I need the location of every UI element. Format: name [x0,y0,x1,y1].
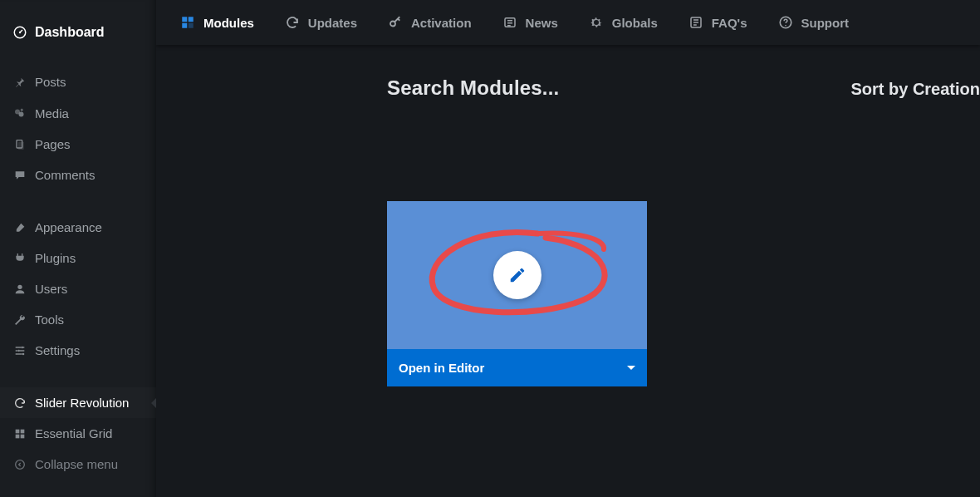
tab-support[interactable]: Support [762,0,865,45]
sidebar-item-users[interactable]: Users [0,273,156,304]
tab-label: Activation [411,16,472,30]
help-icon [777,14,794,31]
sidebar-label: Dashboard [35,25,105,40]
gear-icon [588,14,605,31]
search-modules-label[interactable]: Search Modules... [387,76,559,100]
svg-rect-11 [21,429,25,433]
open-in-editor-button[interactable]: Open in Editor [387,349,647,386]
sort-by-label[interactable]: Sort by Creation [850,80,980,99]
svg-rect-10 [16,429,20,433]
tab-updates[interactable]: Updates [269,0,372,45]
chevron-down-icon [627,366,635,374]
sidebar-item-essential-grid[interactable]: Essential Grid [0,418,156,449]
svg-point-23 [785,25,786,27]
card-action-label: Open in Editor [399,361,484,375]
sidebar-item-posts[interactable]: Posts [0,66,156,97]
tab-faqs[interactable]: FAQ's [673,0,762,45]
svg-rect-5 [18,141,24,149]
tab-label: News [526,16,558,30]
main-area: Modules Updates Activation News [156,0,980,497]
svg-point-9 [22,352,25,355]
sidebar-label: Settings [35,343,80,357]
dashboard-icon [10,25,30,40]
modules-icon [179,14,196,31]
module-thumbnail[interactable] [387,201,647,349]
sidebar-label: Appearance [35,220,102,234]
tab-label: Updates [308,16,357,30]
pin-icon [10,76,30,89]
plugin-top-nav: Modules Updates Activation News [156,0,980,45]
svg-point-6 [17,284,22,288]
tab-label: Support [801,16,850,30]
news-icon [502,14,518,31]
tab-globals[interactable]: Globals [573,0,673,45]
module-card[interactable]: Open in Editor [387,201,647,386]
refresh-icon [10,396,30,410]
sidebar-item-settings[interactable]: Settings [0,335,156,366]
svg-rect-16 [189,17,194,22]
key-icon [387,14,404,31]
collapse-icon [10,458,30,471]
svg-rect-12 [16,434,20,438]
updates-icon [284,14,301,31]
sidebar-label: Essential Grid [35,426,112,440]
plug-icon [10,252,30,265]
content-body: Search Modules... Sort by Creation [156,45,980,497]
svg-rect-15 [182,17,187,22]
sliders-icon [10,344,30,357]
media-icon [10,106,30,121]
sidebar-label: Media [35,106,69,121]
sidebar-item-slider-revolution[interactable]: Slider Revolution [0,387,156,418]
wrench-icon [10,313,30,327]
sidebar-item-media[interactable]: Media [0,97,156,129]
grid-icon [10,427,30,440]
user-icon [10,283,30,296]
tab-modules[interactable]: Modules [164,0,269,45]
svg-point-3 [19,112,24,117]
faq-icon [688,14,704,31]
sidebar-item-tools[interactable]: Tools [0,304,156,335]
svg-rect-18 [189,23,194,28]
tab-label: Globals [612,16,658,30]
edit-module-button[interactable] [493,251,541,299]
pencil-icon [508,266,527,284]
svg-rect-13 [21,434,25,438]
sidebar-label: Posts [35,75,66,89]
sidebar-item-comments[interactable]: Comments [0,160,156,190]
sidebar-label: Tools [35,312,64,327]
sidebar-item-appearance[interactable]: Appearance [0,212,156,243]
svg-rect-17 [182,23,187,28]
admin-sidebar: Dashboard Posts Media Pages [0,0,156,497]
svg-point-19 [390,22,395,27]
brush-icon [10,221,30,234]
sidebar-label: Comments [35,168,96,182]
pages-icon [10,138,30,151]
sidebar-label: Slider Revolution [35,396,129,410]
sidebar-label: Users [35,282,67,296]
tab-label: Modules [203,16,254,30]
svg-point-7 [21,346,23,348]
svg-point-1 [19,32,21,33]
comment-icon [10,169,30,182]
tab-label: FAQ's [712,16,747,30]
tab-activation[interactable]: Activation [372,0,487,45]
sidebar-label: Collapse menu [35,457,118,471]
sidebar-item-pages[interactable]: Pages [0,129,156,160]
svg-point-14 [16,460,25,469]
sidebar-label: Plugins [35,251,76,265]
tab-news[interactable]: News [487,0,573,45]
sidebar-item-plugins[interactable]: Plugins [0,243,156,273]
sidebar-label: Pages [35,137,71,151]
svg-point-8 [17,349,20,352]
sidebar-item-collapse-menu[interactable]: Collapse menu [0,449,156,480]
sidebar-item-dashboard[interactable]: Dashboard [0,17,156,48]
